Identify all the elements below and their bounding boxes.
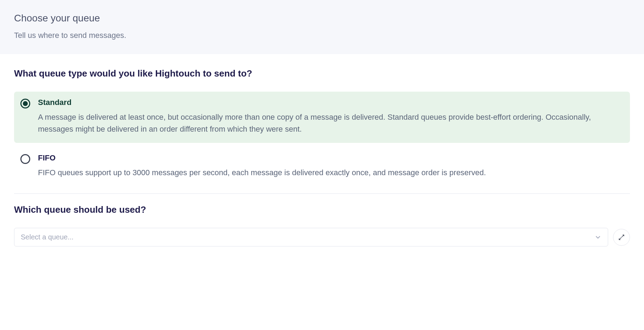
section-divider xyxy=(14,193,630,194)
radio-button-standard[interactable] xyxy=(20,99,30,108)
radio-option-fifo[interactable]: FIFO FIFO queues support up to 3000 mess… xyxy=(14,147,630,186)
radio-description-fifo: FIFO queues support up to 3000 messages … xyxy=(38,167,622,179)
queue-select-row: Select a queue... xyxy=(14,228,630,246)
svg-line-1 xyxy=(619,238,621,240)
header-panel: Choose your queue Tell us where to send … xyxy=(0,0,644,54)
radio-dot-icon xyxy=(23,101,28,106)
radio-description-standard: A message is delivered at least once, bu… xyxy=(38,111,622,135)
queue-select-question: Which queue should be used? xyxy=(14,204,630,215)
radio-button-fifo[interactable] xyxy=(20,154,30,164)
chevron-down-icon xyxy=(594,234,601,241)
content-panel: What queue type would you like Hightouch… xyxy=(0,54,644,253)
page-subtitle: Tell us where to send messages. xyxy=(14,31,630,40)
svg-line-0 xyxy=(622,235,624,237)
refresh-button[interactable] xyxy=(613,229,630,246)
radio-content-standard: Standard A message is delivered at least… xyxy=(38,98,622,135)
page-title: Choose your queue xyxy=(14,13,630,24)
queue-select-placeholder: Select a queue... xyxy=(21,233,73,241)
radio-label-fifo: FIFO xyxy=(38,153,622,163)
radio-option-standard[interactable]: Standard A message is delivered at least… xyxy=(14,92,630,143)
queue-select-dropdown[interactable]: Select a queue... xyxy=(14,228,608,246)
refresh-icon xyxy=(618,234,625,240)
radio-label-standard: Standard xyxy=(38,98,622,107)
radio-content-fifo: FIFO FIFO queues support up to 3000 mess… xyxy=(38,153,622,179)
queue-type-question: What queue type would you like Hightouch… xyxy=(14,68,630,79)
